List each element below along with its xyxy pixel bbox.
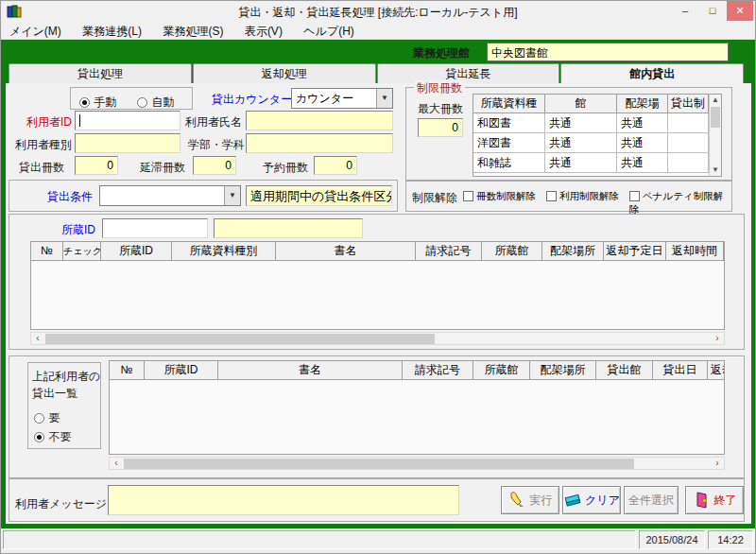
release-check-penalty[interactable]: ペナルティ制限解除 [629, 190, 731, 216]
limit-table-header: 所蔵資料種 館 配架場 貸出制 [473, 95, 721, 113]
cell: 共通 [617, 133, 668, 153]
tab-inhouse-lending[interactable]: 館内貸出 [560, 63, 744, 83]
mode-auto-label: 自動 [151, 95, 174, 109]
user-name-label: 利用者氏名 [185, 114, 242, 130]
scroll-right-icon[interactable]: › [711, 333, 724, 344]
col-title: 書名 [218, 361, 403, 380]
col-material-type: 所蔵資料種別 [172, 242, 276, 261]
menu-gyomu-renkei[interactable]: 業務連携(L) [74, 22, 150, 40]
overdue-count-label: 延滞冊数 [140, 160, 185, 176]
max-count-field: 0 [418, 118, 463, 137]
col-call-number: 請求記号 [416, 242, 482, 261]
release-check-count[interactable]: 冊数制限解除 [463, 190, 536, 203]
clear-button[interactable]: クリア [562, 486, 621, 514]
limit-groupbox: 制限冊数 最大冊数 0 所蔵資料種 館 配架場 貸出制 和図書 共通 共通 [405, 87, 732, 182]
dept-field [246, 133, 393, 153]
scroll-left-icon[interactable]: ‹ [31, 333, 44, 344]
tab-lending[interactable]: 貸出処理 [9, 63, 192, 83]
col-building: 館 [545, 95, 617, 113]
maximize-button[interactable]: □ [699, 1, 726, 21]
select-all-label: 全件選択 [628, 493, 674, 509]
exit-door-icon [693, 491, 712, 510]
scroll-up-icon[interactable]: ▲ [710, 95, 721, 106]
condition-label: 貸出条件 [47, 189, 93, 205]
loan-count-field: 0 [75, 156, 118, 175]
minimize-button[interactable]: – [672, 1, 698, 21]
radio-icon [137, 97, 147, 108]
user-id-input[interactable] [75, 111, 180, 130]
holding-id-input[interactable] [102, 218, 208, 238]
mode-manual-radio[interactable]: 手動 [79, 93, 116, 111]
cell [668, 113, 709, 133]
col-owning-lib: 所蔵館 [482, 242, 542, 261]
menu-help[interactable]: ヘルプ(H) [295, 22, 363, 40]
scroll-thumb[interactable] [45, 334, 435, 344]
cell: 共通 [545, 113, 617, 133]
chevron-down-icon[interactable]: ▼ [376, 89, 392, 108]
tab-extension[interactable]: 貸出延長 [377, 63, 560, 83]
loan-table-hscrollbar[interactable]: ‹ › [30, 332, 725, 345]
release-check-use[interactable]: 利用制限解除 [546, 190, 619, 203]
statusbar-message-cell [3, 530, 636, 549]
user-loans-option-box: 上記利用者の 貸出一覧 要 不要 [27, 362, 101, 449]
scroll-thumb[interactable] [124, 459, 634, 469]
limit-row: 和図書 共通 共通 [473, 113, 721, 133]
checkbox-icon[interactable] [629, 191, 640, 201]
limit-table-vscrollbar[interactable]: ▲ ▼ [709, 95, 721, 176]
tab-strip: 貸出処理 返却処理 貸出延長 館内貸出 [9, 63, 745, 83]
window-title: 貸出・返却・貸出延長処理 [接続先:ローカル-テスト用] [1, 5, 755, 21]
mode-auto-radio[interactable]: 自動 [137, 93, 174, 111]
loan-table-header: № チェック 所蔵ID 所蔵資料種別 書名 請求記号 所蔵館 配架場所 返却予定… [31, 242, 724, 261]
yes-label: 要 [48, 411, 60, 424]
limit-row: 和雑誌 共通 共通 [473, 153, 721, 173]
release-penalty-label: ペナルティ制限解除 [629, 190, 723, 215]
max-count-label: 最大冊数 [418, 101, 463, 117]
scroll-down-icon[interactable]: ▼ [710, 164, 721, 176]
holding-id-label: 所蔵ID [61, 222, 95, 238]
user-loans-yes-radio[interactable]: 要 [34, 408, 60, 426]
chevron-down-icon[interactable]: ▼ [224, 186, 240, 205]
execute-button[interactable]: 実行 [501, 486, 559, 514]
counter-combobox[interactable]: カウンター ▼ [291, 88, 393, 109]
user-loans-title-1: 上記利用者の [32, 369, 100, 385]
user-loans-no-radio[interactable]: 不要 [34, 427, 71, 445]
cell: 和雑誌 [473, 153, 545, 173]
user-type-field [75, 133, 180, 153]
user-loans-title-2: 貸出一覧 [32, 386, 77, 402]
mode-manual-label: 手動 [94, 95, 116, 109]
user-message-field[interactable] [108, 485, 459, 515]
title-bar: 貸出・返却・貸出延長処理 [接続先:ローカル-テスト用] – □ ✕ [1, 1, 755, 22]
menu-main[interactable]: メイン(M) [1, 22, 70, 40]
col-loan-limit: 貸出制 [668, 95, 709, 113]
limit-title: 制限冊数 [414, 80, 465, 96]
tab-return[interactable]: 返却処理 [193, 63, 376, 83]
office-field: 中央図書館 [487, 43, 729, 61]
eraser-icon [563, 491, 582, 510]
scroll-left-icon[interactable]: ‹ [110, 458, 123, 469]
limit-table: 所蔵資料種 館 配架場 貸出制 和図書 共通 共通 洋図書 共通 共通 [472, 94, 722, 177]
scroll-right-icon[interactable]: › [711, 458, 724, 469]
col-call-number: 請求記号 [403, 361, 473, 380]
condition-combobox[interactable]: ▼ [99, 185, 241, 206]
cell: 共通 [617, 153, 668, 173]
main-panel: 手動 自動 貸出カウンター カウンター ▼ 制限冊数 最大冊数 0 所蔵資料種 … [6, 83, 751, 524]
select-all-button[interactable]: 全件選択 [624, 486, 679, 514]
condition-groupbox: 貸出条件 ▼ 適用期間中の貸出条件区分 [9, 180, 398, 212]
holding-groupbox: 所蔵ID № チェック 所蔵ID 所蔵資料種別 書名 請求記号 所蔵館 配架場所… [9, 214, 745, 350]
user-loans-hscrollbar[interactable]: ‹ › [109, 457, 725, 470]
menu-gyomu-shori[interactable]: 業務処理(S) [154, 22, 232, 40]
exit-button[interactable]: 終了 [685, 486, 744, 514]
col-shelf: 配架場 [617, 95, 668, 113]
checkbox-icon[interactable] [463, 191, 473, 201]
dept-label: 学部・学科 [188, 137, 245, 153]
limit-row: 洋図書 共通 共通 [473, 133, 721, 153]
cell: 共通 [617, 113, 668, 133]
col-no: № [31, 242, 63, 261]
checkbox-icon[interactable] [546, 191, 557, 201]
overdue-count-field: 0 [193, 156, 236, 175]
col-no: № [110, 361, 145, 380]
menu-view[interactable]: 表示(V) [236, 22, 291, 40]
close-button[interactable]: ✕ [727, 1, 753, 21]
no-label: 不要 [48, 430, 71, 443]
scroll-thumb[interactable] [711, 107, 720, 128]
